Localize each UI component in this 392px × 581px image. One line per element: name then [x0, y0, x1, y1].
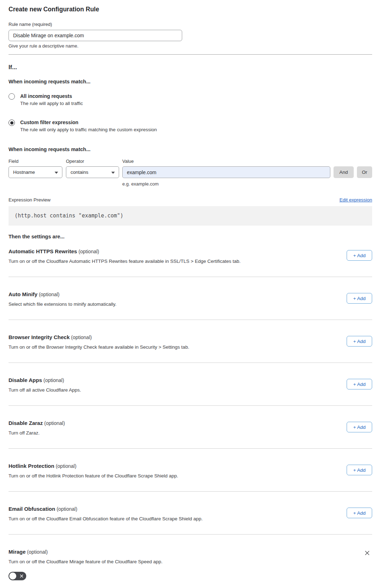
value-label: Value [122, 159, 134, 164]
setting-description: Turn off all active Cloudflare Apps. [9, 387, 372, 393]
operator-label: Operator [66, 159, 84, 164]
field-label: Field [9, 159, 18, 164]
mirage-toggle[interactable] [9, 572, 26, 580]
radio-selected-icon[interactable] [9, 120, 15, 126]
add-button[interactable]: + Add [347, 250, 372, 261]
setting-auto-minify: Auto Minify(optional) Select which file … [9, 277, 372, 320]
setting-description: Turn on or off the Cloudflare Mirage fea… [9, 559, 372, 565]
optional-label: (optional) [27, 549, 47, 555]
then-settings-heading: Then the settings are... [9, 233, 372, 240]
optional-label: (optional) [43, 377, 64, 383]
setting-description: Turn on or off the Cloudflare Automatic … [9, 259, 372, 264]
expression-builder-row: Hostname contains And Or [9, 166, 372, 178]
add-button[interactable]: + Add [347, 508, 372, 518]
setting-automatic-https-rewrites: Automatic HTTPS Rewrites(optional) Turn … [9, 240, 372, 277]
radio-option-custom-filter[interactable]: Custom filter expression The rule will o… [9, 120, 372, 133]
value-input[interactable] [122, 166, 330, 178]
divider [9, 54, 372, 55]
setting-browser-integrity-check: Browser Integrity Check(optional) Turn o… [9, 320, 372, 363]
setting-title: Email Obfuscation [9, 506, 55, 512]
radio-description: The rule will only apply to traffic matc… [20, 127, 157, 133]
add-button[interactable]: + Add [347, 422, 372, 432]
setting-title: Mirage [9, 549, 26, 555]
expression-builder-heading: When incoming requests match... [9, 146, 372, 153]
setting-hotlink-protection: Hotlink Protection(optional) Turn on or … [9, 449, 372, 492]
setting-description: Turn off Zaraz. [9, 430, 372, 436]
optional-label: (optional) [57, 506, 77, 512]
field-select-value: Hostname [13, 170, 35, 175]
create-configuration-rule-form: Create new Configuration Rule Rule name … [0, 0, 392, 581]
and-button[interactable]: And [334, 166, 354, 178]
optional-label: (optional) [39, 292, 60, 297]
page-title: Create new Configuration Rule [9, 5, 372, 13]
radio-unselected-icon[interactable] [9, 93, 15, 100]
rule-name-input[interactable] [9, 30, 182, 41]
if-heading: If... [9, 63, 372, 71]
setting-disable-zaraz: Disable Zaraz(optional) Turn off Zaraz. … [9, 406, 372, 449]
setting-title: Disable Zaraz [9, 420, 43, 426]
add-button[interactable]: + Add [347, 293, 372, 304]
expression-preview-code: (http.host contains "example.com") [9, 206, 372, 226]
setting-title: Disable Apps [9, 377, 42, 383]
setting-description: Select which file extensions to minify a… [9, 301, 372, 307]
setting-description: Turn on or off the Browser Integrity Che… [9, 344, 372, 350]
add-button[interactable]: + Add [347, 465, 372, 475]
setting-title: Auto Minify [9, 291, 38, 297]
setting-description: Turn on or off the Hotlink Protection fe… [9, 473, 372, 479]
radio-label: Custom filter expression [20, 120, 157, 125]
chevron-down-icon [55, 172, 58, 174]
expression-preview-label: Expression Preview [9, 197, 51, 203]
field-select[interactable]: Hostname [9, 166, 62, 178]
add-button[interactable]: + Add [347, 336, 372, 347]
chevron-down-icon [111, 172, 115, 174]
close-icon[interactable] [364, 550, 370, 556]
setting-mirage: Mirage(optional) Turn on or off the Clou… [9, 535, 372, 581]
optional-label: (optional) [78, 249, 99, 254]
optional-label: (optional) [56, 463, 76, 469]
optional-label: (optional) [44, 420, 65, 426]
expression-builder-labels: Field Operator Value [9, 159, 372, 164]
setting-email-obfuscation: Email Obfuscation(optional) Turn on or o… [9, 492, 372, 535]
when-requests-match-heading: When incoming requests match... [9, 78, 372, 85]
toggle-off-x-icon [20, 574, 23, 578]
operator-select[interactable]: contains [66, 166, 119, 178]
toggle-knob [9, 572, 16, 580]
rule-name-label: Rule name (required) [9, 22, 372, 27]
setting-title: Browser Integrity Check [9, 334, 70, 340]
setting-description: Turn on or off the Cloudflare Email Obfu… [9, 516, 372, 522]
radio-description: The rule will apply to all traffic [20, 100, 83, 106]
radio-label: All incoming requests [20, 93, 83, 99]
value-helper: e.g. example.com [122, 181, 372, 187]
radio-option-all-requests[interactable]: All incoming requests The rule will appl… [9, 93, 372, 106]
rule-name-helper: Give your rule a descriptive name. [9, 43, 372, 49]
add-button[interactable]: + Add [347, 379, 372, 389]
edit-expression-link[interactable]: Edit expression [340, 197, 372, 203]
operator-select-value: contains [71, 170, 88, 175]
or-button[interactable]: Or [357, 166, 372, 178]
optional-label: (optional) [71, 334, 92, 340]
setting-disable-apps: Disable Apps(optional) Turn off all acti… [9, 363, 372, 406]
setting-title: Hotlink Protection [9, 463, 54, 469]
setting-title: Automatic HTTPS Rewrites [9, 248, 77, 254]
